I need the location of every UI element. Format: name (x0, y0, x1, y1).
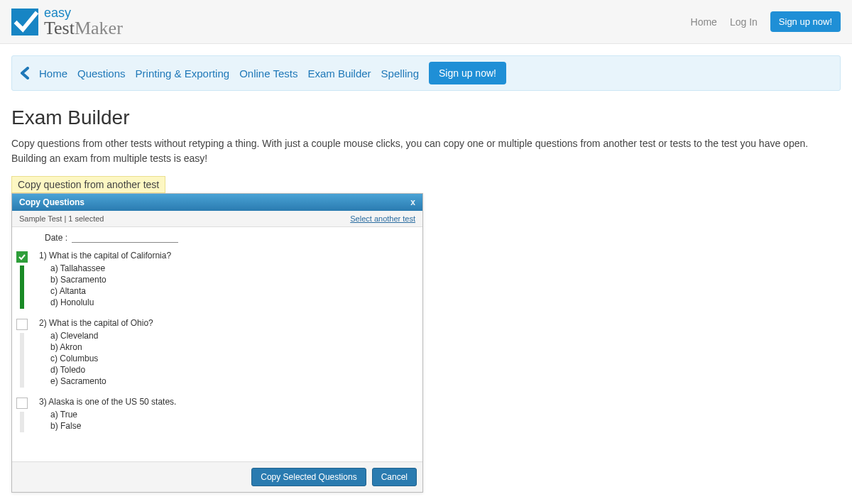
question-option: a) Tallahassee (50, 263, 171, 273)
top-bar: easy TestMaker Home Log In Sign up now! (0, 0, 852, 44)
question-content: 1) What is the capital of California?a) … (32, 250, 175, 310)
nav-questions[interactable]: Questions (77, 67, 126, 80)
question-text: 3) Alaska is one of the US 50 states. (39, 397, 176, 407)
page-content: Exam Builder Copy questions from other t… (0, 91, 852, 504)
back-chevron-icon[interactable] (19, 67, 29, 80)
dialog-title: Copy Questions (19, 197, 84, 207)
dialog-source-label: Sample Test | 1 selected (19, 214, 104, 223)
dialog-subheader: Sample Test | 1 selected Select another … (12, 211, 422, 227)
question-content: 3) Alaska is one of the US 50 states.a) … (32, 396, 180, 434)
question-row[interactable]: 3) Alaska is one of the US 50 states.a) … (12, 396, 417, 434)
question-option: d) Toledo (50, 365, 153, 375)
page-lead: Copy questions from other tests without … (11, 136, 841, 166)
dialog-footer: Copy Selected Questions Cancel (12, 461, 422, 492)
question-option: c) Columbus (50, 354, 153, 363)
question-select-bar (20, 333, 24, 388)
copy-selected-button[interactable]: Copy Selected Questions (251, 468, 366, 486)
question-option: d) Honolulu (50, 297, 171, 307)
date-label: Date : (45, 233, 67, 243)
page-title: Exam Builder (11, 106, 841, 129)
dialog-body[interactable]: Date : 1) What is the capital of Califor… (12, 227, 422, 461)
cancel-button[interactable]: Cancel (372, 468, 417, 486)
logo[interactable]: easy TestMaker (11, 6, 123, 38)
nav-printing[interactable]: Printing & Exporting (136, 67, 230, 80)
question-options: a) Clevelandb) Akronc) Columbusd) Toledo… (39, 331, 153, 386)
question-option: e) Sacramento (50, 376, 153, 386)
logo-text: easy TestMaker (44, 6, 123, 38)
secondary-nav: Home Questions Printing & Exporting Onli… (11, 55, 841, 91)
nav-spelling[interactable]: Spelling (381, 67, 419, 80)
question-option: a) True (50, 410, 176, 420)
screenshot-caption: Copy question from another test (11, 176, 165, 193)
question-checkbox[interactable] (16, 319, 28, 330)
question-text: 1) What is the capital of California? (39, 251, 171, 261)
question-option: b) Akron (50, 342, 153, 352)
question-option: c) Altanta (50, 286, 171, 296)
question-select-bar (20, 265, 24, 309)
question-checkbox[interactable] (16, 398, 28, 409)
question-options: a) Trueb) False (39, 410, 176, 431)
question-option: b) False (50, 421, 176, 431)
question-select-bar (20, 412, 24, 432)
question-row[interactable]: 1) What is the capital of California?a) … (12, 250, 417, 310)
question-options: a) Tallahasseeb) Sacramentoc) Altantad) … (39, 263, 171, 307)
top-home-link[interactable]: Home (691, 16, 717, 28)
nav-online[interactable]: Online Tests (239, 67, 297, 80)
question-text: 2) What is the capital of Ohio? (39, 318, 153, 328)
nav-signup-button[interactable]: Sign up now! (429, 62, 506, 84)
nav-home[interactable]: Home (39, 67, 67, 80)
date-row: Date : (12, 231, 417, 250)
question-checkbox[interactable] (16, 251, 28, 263)
question-content: 2) What is the capital of Ohio?a) Clevel… (32, 317, 158, 389)
top-login-link[interactable]: Log In (730, 16, 758, 28)
question-gutter (12, 250, 32, 310)
logo-testmaker: TestMaker (44, 19, 123, 38)
dialog-close-icon[interactable]: x (410, 197, 415, 207)
question-gutter (12, 396, 32, 434)
select-another-test-link[interactable]: Select another test (350, 214, 415, 223)
question-option: a) Cleveland (50, 331, 153, 341)
top-signup-button[interactable]: Sign up now! (770, 11, 841, 32)
dialog-header: Copy Questions x (12, 194, 422, 211)
copy-questions-dialog: Copy Questions x Sample Test | 1 selecte… (11, 193, 423, 493)
nav-exam-builder[interactable]: Exam Builder (307, 67, 371, 80)
top-actions: Home Log In Sign up now! (691, 11, 841, 32)
question-gutter (12, 317, 32, 389)
question-option: b) Sacramento (50, 275, 171, 285)
date-blank-line (72, 234, 178, 243)
question-row[interactable]: 2) What is the capital of Ohio?a) Clevel… (12, 317, 417, 389)
logo-checkmark-icon (11, 9, 38, 35)
